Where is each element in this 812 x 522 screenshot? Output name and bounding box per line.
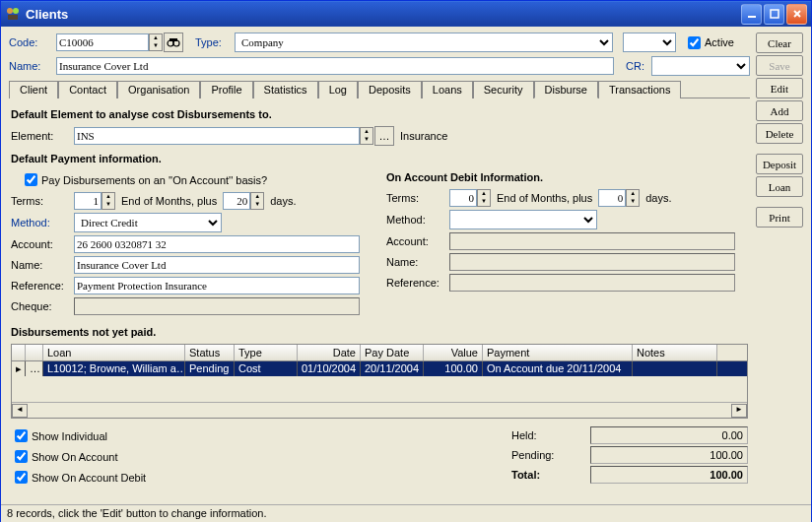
show-onaccount-checkbox[interactable]	[15, 450, 28, 463]
pending-label: Pending:	[511, 449, 590, 461]
col-expander[interactable]	[26, 345, 43, 360]
held-label: Held:	[511, 429, 590, 441]
method1-select[interactable]: Direct Credit	[74, 213, 222, 232]
name-input[interactable]	[56, 57, 614, 75]
days1-label: days.	[270, 195, 296, 207]
tab-disburse[interactable]: Disburse	[534, 81, 598, 98]
days2-label: days.	[645, 192, 671, 204]
type-label: Type:	[195, 36, 235, 48]
delete-button[interactable]: Delete	[756, 123, 803, 144]
code-spinner[interactable]: ▲▼	[149, 33, 163, 51]
scroll-left-icon[interactable]: ◄	[12, 404, 28, 418]
edit-button[interactable]: Edit	[756, 78, 803, 98]
payname1-label: Name:	[11, 259, 74, 271]
close-button[interactable]	[786, 4, 807, 25]
tab-organisation[interactable]: Organisation	[117, 81, 200, 98]
tab-log[interactable]: Log	[318, 81, 358, 98]
terms1-days-spinner[interactable]: ▲▼	[250, 192, 264, 210]
blank-select[interactable]	[623, 33, 676, 52]
cell-notes	[633, 361, 717, 376]
payname1-input[interactable]	[74, 256, 360, 274]
col-value[interactable]: Value	[424, 345, 483, 360]
payname2-display	[449, 253, 735, 271]
cheque-label: Cheque:	[11, 300, 74, 312]
tab-contact[interactable]: Contact	[58, 81, 117, 98]
show-onaccount-label: Show On Account	[32, 451, 117, 463]
onaccount-checkbox[interactable]	[25, 173, 37, 186]
table-row[interactable]: ▸ … L10012; Browne, William a… Pending C…	[12, 361, 747, 376]
code-input[interactable]	[56, 33, 149, 51]
tab-loans[interactable]: Loans	[422, 81, 473, 98]
maximize-button[interactable]	[764, 4, 784, 25]
svg-rect-9	[169, 38, 177, 41]
window-title: Clients	[26, 7, 739, 22]
cell-date: 01/10/2004	[298, 361, 361, 376]
terms2-label: Terms:	[386, 192, 449, 204]
account1-label: Account:	[11, 238, 74, 250]
loan-button[interactable]: Loan	[756, 176, 803, 197]
ref2-label: Reference:	[386, 277, 449, 289]
name-label: Name:	[9, 60, 56, 72]
terms1-months-spinner[interactable]: ▲▼	[102, 192, 115, 210]
tab-client[interactable]: Client	[9, 81, 58, 98]
col-loan[interactable]: Loan	[43, 345, 185, 360]
add-button[interactable]: Add	[756, 100, 803, 121]
save-button[interactable]: Save	[756, 55, 803, 76]
element-spinner[interactable]: ▲▼	[360, 127, 373, 145]
terms2-months-spinner[interactable]: ▲▼	[477, 189, 491, 207]
section-onacct-debit: On Account Debit Information.	[386, 171, 748, 183]
terms-mid1: End of Months, plus	[121, 195, 217, 207]
tab-security[interactable]: Security	[473, 81, 534, 98]
tab-transactions[interactable]: Transactions	[598, 81, 682, 98]
onaccount-label: Pay Disbursements on an ''On Account'' b…	[41, 174, 267, 186]
row-expand-button[interactable]: …	[26, 361, 43, 376]
cheque-display	[74, 297, 360, 315]
method2-select[interactable]	[449, 210, 597, 229]
col-paydate[interactable]: Pay Date	[361, 345, 424, 360]
account1-input[interactable]	[74, 235, 360, 253]
app-icon	[5, 6, 21, 22]
element-lookup-icon[interactable]: …	[374, 126, 394, 146]
section-default-element: Default Element to analyse cost Disburse…	[11, 108, 748, 120]
cell-loan: L10012; Browne, William a…	[43, 361, 185, 376]
cell-paydate: 20/11/2004	[361, 361, 424, 376]
scroll-right-icon[interactable]: ►	[731, 404, 747, 418]
active-checkbox[interactable]	[688, 36, 701, 49]
terms2-months-input[interactable]	[449, 189, 477, 207]
terms2-days-input[interactable]	[598, 189, 626, 207]
print-button[interactable]: Print	[756, 207, 803, 228]
col-type[interactable]: Type	[235, 345, 298, 360]
terms1-days-input[interactable]	[223, 192, 250, 210]
tab-profile[interactable]: Profile	[200, 81, 252, 98]
element-input[interactable]	[74, 127, 360, 145]
col-date[interactable]: Date	[298, 345, 361, 360]
total-value: 100.00	[590, 466, 748, 484]
deposit-button[interactable]: Deposit	[756, 154, 803, 174]
grid-hscroll[interactable]: ◄ ►	[12, 402, 747, 418]
col-status[interactable]: Status	[185, 345, 235, 360]
type-select[interactable]: Company	[235, 33, 613, 52]
tab-deposits[interactable]: Deposits	[358, 81, 422, 98]
show-individual-checkbox[interactable]	[15, 429, 28, 442]
terms2-days-spinner[interactable]: ▲▼	[626, 189, 640, 207]
col-rowmarker[interactable]	[12, 345, 26, 360]
tab-statistics[interactable]: Statistics	[253, 81, 318, 98]
titlebar[interactable]: Clients	[1, 1, 811, 27]
clear-button[interactable]: Clear	[756, 33, 803, 53]
show-individual-label: Show Individual	[32, 430, 107, 442]
col-notes[interactable]: Notes	[633, 345, 717, 360]
active-checkbox-label[interactable]: Active	[684, 33, 734, 52]
show-onaccount-debit-checkbox[interactable]	[15, 471, 28, 484]
row-marker-icon: ▸	[12, 361, 26, 376]
ref1-label: Reference:	[11, 280, 74, 292]
ref1-input[interactable]	[74, 277, 360, 294]
method2-label: Method:	[386, 214, 449, 226]
col-payment[interactable]: Payment	[483, 345, 633, 360]
binoculars-icon[interactable]	[164, 33, 183, 52]
cr-select[interactable]	[651, 56, 750, 76]
disbursements-grid[interactable]: Loan Status Type Date Pay Date Value Pay…	[11, 344, 748, 419]
cell-type: Cost	[235, 361, 298, 376]
terms1-months-input[interactable]	[74, 192, 102, 210]
svg-rect-4	[771, 10, 778, 18]
minimize-button[interactable]	[741, 4, 762, 25]
